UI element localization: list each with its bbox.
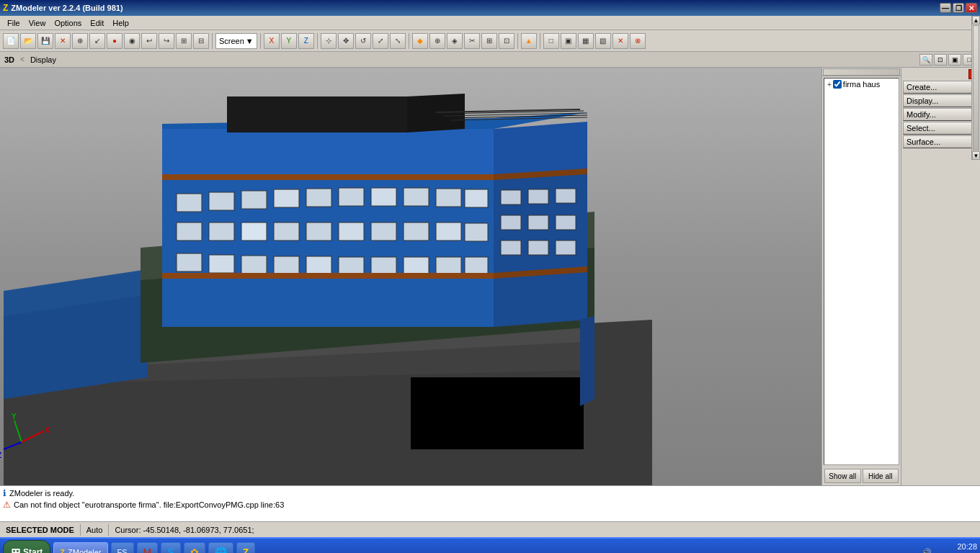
show-all-button[interactable]: Show all (824, 469, 861, 483)
context-scrollbar-v[interactable]: ▲ ▼ (971, 68, 980, 160)
menu-edit[interactable]: Edit (86, 17, 108, 29)
title-bar: Z ZModeler ver 2.2.4 (Build 981) — ❐ ✕ (0, 0, 980, 16)
window (371, 257, 396, 275)
tri-button[interactable]: ▲ (521, 33, 537, 49)
scroll-thumb[interactable] (973, 68, 979, 150)
axis-y-button[interactable]: Y (281, 33, 297, 49)
restore-button[interactable]: ❐ (953, 3, 964, 13)
scroll-down-arrow[interactable]: ▼ (972, 151, 980, 160)
close-button[interactable]: ✕ (966, 3, 977, 13)
redo-button[interactable]: ↪ (159, 33, 174, 49)
render2-button[interactable]: ◉ (124, 33, 140, 49)
rotate-button[interactable]: ↺ (355, 33, 371, 49)
delete-button[interactable]: ✕ (55, 33, 71, 49)
status-bar: SELECTED MODE Auto Cursor: -45.50148, -8… (0, 521, 980, 537)
right-edge (580, 316, 594, 406)
open-button[interactable]: 📂 (20, 33, 36, 49)
view-max-icon[interactable]: ▣ (948, 54, 961, 66)
render-button[interactable]: ● (107, 33, 122, 49)
window (371, 222, 396, 240)
window (465, 223, 488, 241)
menu-file[interactable]: File (3, 17, 24, 29)
side-window (528, 240, 548, 255)
tree-checkbox[interactable] (833, 80, 842, 89)
taskbar-skype[interactable]: S (161, 542, 180, 553)
start-label: Start (23, 547, 43, 553)
save-button[interactable]: 💾 (37, 33, 53, 49)
axis-z-button[interactable]: Z (298, 33, 314, 49)
view-search-icon[interactable]: 🔍 (919, 54, 932, 66)
taskbar-zmodeler[interactable]: Z ZModeler (53, 542, 107, 553)
cut-button[interactable]: ✂ (464, 33, 480, 49)
window (306, 189, 331, 207)
view-fit-icon[interactable]: ⊡ (934, 54, 947, 66)
tree-scrollbar-track[interactable] (823, 68, 900, 76)
side-window (501, 190, 521, 204)
taskbar-z2[interactable]: Z (236, 542, 256, 553)
obj-button[interactable]: □ (543, 33, 559, 49)
del3-button[interactable]: ⊗ (630, 33, 646, 49)
side-window (501, 240, 521, 255)
menu-view[interactable]: View (24, 17, 50, 29)
menu-bar: File View Options Edit Help (0, 16, 980, 30)
volume-icon[interactable]: 🔊 (922, 548, 932, 554)
window (465, 257, 488, 275)
tool5-button[interactable]: ⤡ (390, 33, 406, 49)
screen-dropdown[interactable]: Screen ▼ (215, 33, 257, 49)
taskbar-flower[interactable]: ✿ (184, 542, 205, 553)
wire-button[interactable]: ⊟ (193, 33, 209, 49)
window (339, 257, 364, 275)
toolbar: 📄 📂 💾 ✕ ⊕ ↙ ● ◉ ↩ ↪ ⊞ ⊟ Screen ▼ X Y Z ⊹… (0, 30, 980, 52)
mat-button[interactable]: ▧ (595, 33, 611, 49)
modify-button[interactable]: Modify... (903, 108, 979, 121)
taskbar-flower-icon: ✿ (190, 547, 199, 553)
side-window (556, 215, 576, 230)
side-window (528, 215, 548, 230)
window (177, 222, 202, 240)
menu-options[interactable]: Options (50, 17, 86, 29)
bevel-button[interactable]: ⊡ (499, 33, 514, 49)
move-button[interactable]: ✥ (338, 33, 354, 49)
penthouse (227, 96, 407, 132)
chevron-down-icon: ▼ (246, 37, 254, 45)
log-line-2: ⚠ Can not find object "eurotransporte fi… (3, 499, 977, 511)
grid-button[interactable]: ⊞ (176, 33, 192, 49)
grp-button[interactable]: ▣ (561, 33, 576, 49)
taskbar-firefox[interactable]: 🌐 (208, 542, 233, 553)
right-side-panels: + firma haus Show all Hide all ✕ ▲ (821, 68, 980, 485)
menu-help[interactable]: Help (108, 17, 133, 29)
start-button[interactable]: ⊞ Start (3, 540, 50, 553)
taskbar-right: 🔊 20:28 21.07.2011 (922, 541, 977, 553)
tree-item-firma-haus[interactable]: + firma haus (824, 78, 899, 90)
lyr-button[interactable]: ▦ (578, 33, 594, 49)
svg-text:Z: Z (0, 451, 1, 459)
taskbar-fs-label: FS (117, 548, 128, 553)
axis-x-button[interactable]: X (264, 33, 280, 49)
new-button[interactable]: 📄 (3, 33, 19, 49)
separator-3 (317, 33, 318, 49)
display-button[interactable]: Display... (903, 94, 979, 107)
merge-button[interactable]: ⊕ (72, 33, 88, 49)
object-tree: + firma haus (824, 78, 899, 465)
create-button[interactable]: Create... (903, 81, 979, 94)
svg-text:Y: Y (12, 413, 17, 421)
extrude-button[interactable]: ⊞ (481, 33, 497, 49)
hide-all-button[interactable]: Hide all (863, 469, 899, 483)
taskbar-ms[interactable]: M (137, 542, 159, 553)
3d-viewport[interactable]: X Y Z (0, 68, 821, 485)
snap-button[interactable]: ⊕ (429, 33, 445, 49)
del2-button[interactable]: ✕ (612, 33, 628, 49)
side-window (501, 215, 521, 230)
surface-button[interactable]: Surface... (903, 135, 979, 148)
undo-button[interactable]: ↩ (141, 33, 157, 49)
weld-button[interactable]: ◈ (447, 33, 463, 49)
tree-buttons: Show all Hide all (822, 467, 901, 485)
scale-button[interactable]: ⤢ (373, 33, 388, 49)
select-button[interactable]: ⊹ (321, 33, 337, 49)
window (404, 188, 429, 206)
minimize-button[interactable]: — (940, 3, 951, 13)
import-button[interactable]: ↙ (89, 33, 105, 49)
select-button[interactable]: Select... (903, 122, 979, 135)
taskbar-fs[interactable]: FS (111, 542, 134, 553)
create-button[interactable]: ◆ (412, 33, 428, 49)
